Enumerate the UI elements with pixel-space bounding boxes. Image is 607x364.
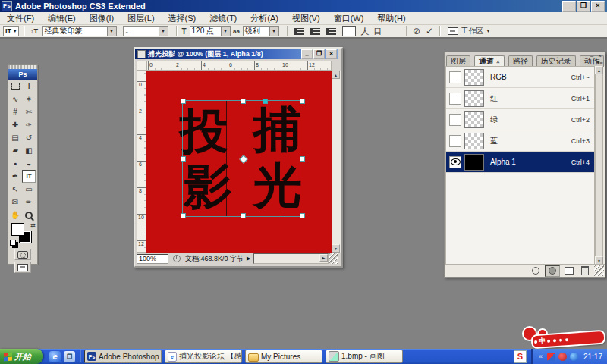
screen-mode-button[interactable] (14, 262, 31, 273)
text-orientation-toggle[interactable]: ↕T (29, 27, 40, 36)
transform-handle-sw[interactable] (181, 213, 186, 218)
transform-handle-n2[interactable] (263, 99, 268, 104)
brush-tool[interactable]: ✑ (22, 118, 36, 131)
menu-edit[interactable]: 编辑(E) (41, 13, 83, 24)
align-center-button[interactable] (308, 27, 322, 36)
transform-handle-n[interactable] (241, 99, 246, 104)
menu-image[interactable]: 图像(I) (83, 13, 121, 24)
document-vertical-scrollbar[interactable]: ▲ ▼ (332, 71, 341, 253)
scroll-up-icon[interactable]: ▲ (332, 71, 340, 79)
clone-stamp-tool[interactable]: ▤ (8, 131, 22, 144)
move-tool[interactable]: ✛ (22, 80, 36, 93)
tray-chevron-icon[interactable]: « (539, 353, 543, 360)
eyedropper-tool[interactable]: ✏ (22, 196, 36, 209)
scroll-up-icon[interactable]: ▲ (595, 66, 603, 74)
panel-menu-icon[interactable]: ▾≡ (596, 59, 603, 66)
swap-colors-icon[interactable]: ⇄ (30, 222, 36, 229)
channel-row-green[interactable]: 绿 Ctrl+2 (446, 109, 594, 130)
delete-channel-button[interactable] (578, 266, 592, 276)
show-desktop-icon[interactable]: ❐ (64, 351, 75, 362)
panel-vertical-scrollbar[interactable]: ▲ ▼ (595, 66, 603, 265)
transform-handle-ne[interactable] (300, 99, 305, 104)
menu-window[interactable]: 窗口(W) (327, 13, 371, 24)
canvas[interactable]: 投 捕 影 光 (146, 71, 332, 253)
hand-tool[interactable]: ✋ (8, 209, 22, 221)
font-style-select[interactable]: - ▼ (123, 26, 168, 36)
font-family-select[interactable]: 经典繁印篆 ▼ (42, 26, 117, 36)
task-button-my-pictures[interactable]: My Pictures (245, 350, 322, 363)
menu-view[interactable]: 视图(V) (285, 13, 327, 24)
rectangular-marquee-tool[interactable] (8, 80, 22, 93)
load-channel-as-selection-button[interactable] (529, 266, 543, 276)
type-bounding-box[interactable] (182, 100, 304, 217)
tray-icon-2[interactable] (558, 353, 567, 361)
doc-minimize-button[interactable]: _ (301, 49, 313, 59)
workspace-button[interactable]: 工作区 ▼ (445, 27, 494, 36)
text-color-swatch[interactable] (342, 26, 356, 36)
scroll-down-icon[interactable]: ▼ (332, 244, 340, 253)
channel-row-rgb[interactable]: RGB Ctrl+~ (446, 67, 594, 88)
eraser-tool[interactable]: ▰ (8, 144, 22, 157)
tab-channels[interactable]: 通道× (474, 55, 505, 67)
gradient-tool[interactable]: ◧ (22, 144, 36, 157)
tray-icon-3[interactable] (570, 353, 578, 361)
minimize-button[interactable]: _ (562, 1, 576, 12)
menu-help[interactable]: 帮助(H) (370, 13, 412, 24)
document-horizontal-scrollbar[interactable]: ▶ (253, 253, 329, 264)
tab-close-icon[interactable]: × (496, 58, 500, 65)
tab-layers[interactable]: 图层 (446, 55, 470, 67)
panel-resize-grip[interactable] (594, 265, 604, 276)
transform-handle-e[interactable] (300, 156, 305, 162)
visibility-toggle[interactable] (449, 156, 461, 168)
align-bottom-button[interactable] (324, 27, 338, 36)
transform-handle-nw[interactable] (181, 99, 186, 104)
restore-button[interactable]: ❐ (577, 1, 590, 12)
visibility-toggle[interactable] (449, 93, 461, 105)
start-button[interactable]: 开始 (0, 349, 43, 364)
visibility-toggle[interactable] (449, 135, 461, 147)
doc-close-button[interactable]: × (326, 49, 337, 59)
blur-tool[interactable]: ● (8, 157, 22, 170)
path-selection-tool[interactable]: ↖ (8, 183, 22, 196)
pen-tool[interactable]: ✒ (8, 170, 22, 183)
panel-close-icon[interactable]: × (598, 52, 603, 59)
menu-filter[interactable]: 滤镜(T) (203, 13, 244, 24)
foreground-color-swatch[interactable] (11, 223, 24, 236)
tab-paths[interactable]: 路径 (508, 55, 533, 67)
cancel-edits-button[interactable]: ⊘ (411, 27, 423, 36)
scroll-right-icon[interactable]: ▶ (319, 254, 328, 262)
warp-text-button[interactable]: 人 (360, 27, 371, 36)
transform-handle-w[interactable] (181, 156, 186, 162)
dodge-tool[interactable]: ◒ (22, 157, 36, 170)
doc-restore-button[interactable]: ❐ (313, 49, 325, 59)
notes-tool[interactable]: ✉ (8, 196, 22, 209)
font-size-select[interactable]: 120 点 ▼ (190, 26, 231, 36)
default-colors-icon[interactable] (10, 240, 17, 246)
menu-analysis[interactable]: 分析(A) (244, 13, 285, 24)
channel-row-alpha1[interactable]: Alpha 1 Ctrl+4 (446, 152, 594, 173)
task-button-photoshop[interactable]: Ps Adobe Photoshop CS3... (84, 350, 162, 363)
status-options-arrow-icon[interactable]: ▶ (247, 256, 250, 262)
transform-handle-s[interactable] (241, 213, 246, 218)
internet-explorer-icon[interactable]: e (49, 351, 61, 362)
task-button-paint[interactable]: 1.bmp - 画图 (326, 350, 403, 363)
shape-tool[interactable]: ▭ (22, 183, 36, 196)
ime-indicator[interactable]: S (514, 350, 527, 363)
crop-tool[interactable]: # (8, 105, 22, 118)
zoom-level-field[interactable]: 100% (137, 254, 168, 264)
task-button-forum[interactable]: e 捕光投影论坛 【感受... (165, 350, 242, 363)
slice-tool[interactable]: ✄ (22, 105, 36, 118)
healing-brush-tool[interactable]: ✚ (8, 118, 22, 131)
panel-minimize-icon[interactable]: – (590, 52, 595, 59)
toggle-palettes-button[interactable]: 目 (373, 27, 384, 36)
tab-history[interactable]: 历史记录 (536, 55, 576, 67)
lasso-tool[interactable]: ∿ (8, 93, 22, 105)
align-top-button[interactable] (292, 27, 307, 36)
menu-file[interactable]: 文件(F) (0, 13, 41, 24)
zoom-tool[interactable] (22, 209, 36, 221)
transform-handle-se[interactable] (300, 213, 305, 218)
history-brush-tool[interactable]: ↺ (22, 131, 36, 144)
quick-mask-mode-button[interactable] (14, 249, 31, 260)
new-channel-button[interactable] (562, 266, 576, 276)
menu-layer[interactable]: 图层(L) (121, 13, 161, 24)
